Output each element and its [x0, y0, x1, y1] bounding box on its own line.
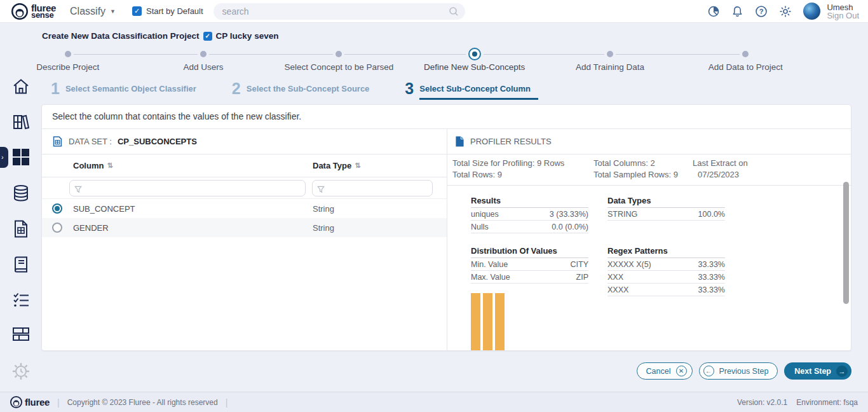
step-dot-active[interactable] — [468, 48, 481, 60]
column-value: SUB_CONCEPT — [73, 204, 135, 214]
navbar-right: ? Umesh Sign Out — [707, 3, 859, 20]
step-label: Select Concept to be Parsed — [284, 62, 393, 72]
sidebar-item-settings[interactable] — [0, 362, 41, 381]
funnel-icon — [317, 184, 325, 196]
tab-label: Select Sub-Concept Column — [419, 81, 538, 100]
tab-select-semantic-object-classifier[interactable]: 1 Select Semantic Object Classifier — [51, 81, 204, 100]
step-dot[interactable] — [65, 51, 71, 57]
data-type-header: Data Type — [313, 161, 351, 170]
sort-icon[interactable]: ⇅ — [355, 161, 360, 170]
sidebar-item-home[interactable] — [0, 77, 41, 96]
step-dot[interactable] — [200, 51, 207, 57]
step-label: Describe Project — [36, 62, 99, 72]
wizard-actions: Cancel ✕ ← Previous Step Next Step → — [41, 362, 851, 380]
stat-value: 3 (33.33%) — [550, 210, 588, 219]
step-select-concept: Select Concept to be Parsed — [271, 48, 407, 72]
stat-value: 33.33% — [698, 273, 725, 282]
search-icon — [449, 6, 459, 19]
profiler-header: PROFILER RESULTS — [447, 129, 851, 154]
step-add-data-to-project: Add Data to Project — [678, 48, 813, 72]
pie-chart-icon[interactable] — [707, 5, 720, 18]
main-area: 1 Select Semantic Object Classifier 2 Se… — [41, 73, 851, 397]
stat-label: Max. Value — [471, 273, 510, 282]
dataset-name: CP_SUBCONCEPTS — [118, 137, 197, 146]
stat-total-rows: Total Rows: 9 — [452, 169, 593, 181]
section-title: Results — [471, 196, 588, 208]
stat-label: XXXX — [607, 285, 628, 294]
fluree-sense-logo[interactable]: fluree sense — [11, 3, 56, 20]
next-step-button[interactable]: Next Step → — [784, 362, 851, 380]
section-results: Results uniques3 (33.33%) Nulls0.0 (0.0%… — [471, 196, 588, 233]
home-icon — [11, 77, 31, 96]
table-header: Column⇅ Data Type⇅ — [42, 154, 447, 177]
sidebar-item-datasets[interactable] — [0, 184, 41, 203]
scrollbar-thumb[interactable] — [843, 182, 849, 304]
stat-value: 100.0% — [698, 210, 725, 219]
section-title: Distribution Of Values — [471, 246, 588, 258]
sort-icon[interactable]: ⇅ — [107, 161, 112, 170]
sidebar-item-tasks[interactable] — [0, 291, 41, 310]
sidebar-item-classify[interactable]: › — [0, 148, 41, 167]
section-regex-patterns: Regex Patterns XXXXX X(5)33.33% XXX33.33… — [607, 246, 725, 296]
bricks-icon — [11, 326, 31, 343]
tab-number: 3 — [405, 81, 414, 96]
radio-unselected[interactable] — [52, 223, 62, 233]
cancel-label: Cancel — [646, 367, 671, 376]
step-dot[interactable] — [742, 51, 749, 57]
module-selector[interactable]: Classify ▼ — [70, 6, 116, 17]
data-type-filter-input[interactable] — [312, 180, 433, 196]
stat-value: ZIP — [576, 273, 588, 282]
user-name: Umesh — [827, 3, 859, 11]
environment-text: Environment: fsqa — [796, 398, 858, 407]
start-by-default-toggle: ✓ Start by Default — [132, 6, 203, 16]
tab-number: 1 — [51, 81, 60, 96]
stat-value: 33.33% — [698, 285, 725, 294]
project-name: CP lucky seven — [216, 31, 279, 41]
step-dot[interactable] — [607, 51, 613, 57]
step-define-sub-concepts: Define New Sub-Concepts — [407, 48, 542, 72]
stat-label: Min. Value — [471, 260, 508, 269]
tab-select-sub-concept-column[interactable]: 3 Select Sub-Concept Column — [405, 81, 538, 100]
start-by-default-checkbox[interactable]: ✓ — [132, 6, 142, 16]
table-row-sub-concept[interactable]: SUB_CONCEPT String — [42, 199, 447, 218]
bell-icon[interactable] — [731, 5, 743, 18]
database-icon — [11, 184, 31, 203]
sidebar-item-spreadsheets[interactable] — [0, 219, 41, 238]
copyright-text: Copyright © 2023 Fluree - All rights res… — [67, 398, 218, 407]
stat-total-columns: Total Columns: 2 — [593, 158, 693, 169]
column-value: GENDER — [73, 223, 109, 233]
tab-select-sub-concept-source[interactable]: 2 Select the Sub-Concept Source — [232, 81, 377, 100]
spreadsheet-icon — [12, 219, 30, 238]
dataset-label: DATA SET : — [69, 137, 112, 146]
step-describe-project: Describe Project — [0, 48, 135, 72]
stat-label: STRING — [607, 210, 637, 219]
clipboard-check-icon: ✓ — [203, 32, 212, 41]
arrow-left-icon: ← — [703, 366, 714, 376]
section-title: Data Types — [607, 196, 725, 208]
version-text: Version: v2.0.1 — [737, 398, 787, 407]
sidebar-item-blocks[interactable] — [0, 326, 41, 345]
stat-label: Nulls — [471, 223, 489, 231]
previous-step-label: Previous Step — [719, 367, 769, 376]
column-filter-input[interactable] — [69, 180, 306, 196]
help-icon[interactable]: ? — [755, 5, 768, 18]
search-input[interactable] — [214, 3, 465, 20]
profiler-bars — [471, 293, 505, 351]
stat-value: 0.0 (0.0%) — [552, 223, 588, 231]
radio-selected[interactable] — [52, 203, 62, 214]
previous-step-button[interactable]: ← Previous Step — [699, 362, 778, 380]
step-dot[interactable] — [336, 51, 342, 57]
sign-out-link[interactable]: Sign Out — [827, 11, 859, 20]
column-header: Column — [73, 161, 104, 170]
cancel-button[interactable]: Cancel ✕ — [637, 362, 693, 380]
gear-icon[interactable] — [779, 5, 792, 18]
book-icon — [11, 255, 31, 274]
start-by-default-label: Start by Default — [146, 6, 203, 16]
step-label: Add Users — [183, 62, 223, 72]
sidebar-item-library[interactable] — [0, 113, 41, 132]
stat-label: XXXXX X(5) — [607, 260, 651, 269]
table-row-gender[interactable]: GENDER String — [42, 218, 447, 237]
dataset-panel: DATA SET : CP_SUBCONCEPTS Column⇅ Data T… — [42, 129, 447, 351]
sidebar-item-catalog[interactable] — [0, 255, 41, 274]
avatar[interactable] — [803, 3, 820, 20]
